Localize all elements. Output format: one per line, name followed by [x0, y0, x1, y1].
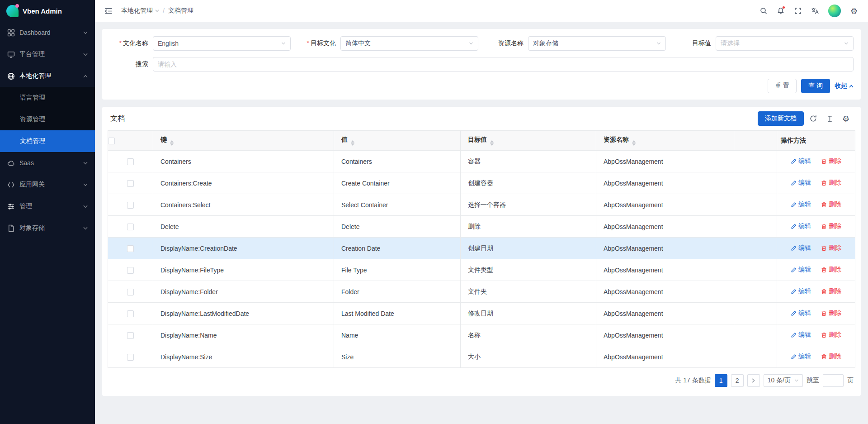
cell-resource-name: AbpOssManagement	[596, 172, 734, 194]
row-checkbox[interactable]	[127, 202, 134, 209]
cell-resource-name: AbpOssManagement	[596, 346, 734, 368]
sidebar-item-document-management[interactable]: 文档管理	[0, 130, 95, 152]
sidebar-item-language-management[interactable]: 语言管理	[0, 87, 95, 109]
select-all-checkbox[interactable]	[108, 138, 115, 144]
resource-name-select[interactable]: 对象存储	[528, 36, 666, 51]
delete-link[interactable]: 删除	[821, 244, 841, 252]
trash-icon	[821, 158, 827, 164]
table-row[interactable]: DisplayName:Name Name 名称 AbpOssManagemen…	[108, 324, 855, 346]
edit-link[interactable]: 编辑	[791, 266, 811, 274]
culture-name-select[interactable]: English	[153, 36, 291, 51]
row-checkbox[interactable]	[127, 332, 134, 339]
sort-icons[interactable]	[632, 140, 636, 146]
search-icon[interactable]	[755, 0, 772, 22]
culture-name-label: 文化名称	[123, 39, 148, 47]
target-value-select[interactable]: 请选择	[716, 36, 854, 51]
table-row[interactable]: Containers:Select Select Container 选择一个容…	[108, 194, 855, 216]
sidebar-item-dashboard[interactable]: Dashboard	[0, 22, 95, 43]
page-button-2[interactable]: 2	[731, 374, 744, 387]
edit-link[interactable]: 编辑	[791, 331, 811, 339]
page-size-select[interactable]: 10 条/页	[764, 374, 803, 387]
sort-icons[interactable]	[490, 140, 494, 146]
row-checkbox[interactable]	[127, 158, 134, 165]
table-row[interactable]: Delete Delete 删除 AbpOssManagement 编辑	[108, 216, 855, 238]
sidebar-item-gateway[interactable]: 应用网关	[0, 174, 95, 195]
sort-icons[interactable]	[351, 140, 354, 146]
delete-link[interactable]: 删除	[821, 222, 841, 230]
table-row[interactable]: Containers:Create Create Container 创建容器 …	[108, 172, 855, 194]
table-row[interactable]: DisplayName:FileType File Type 文件类型 AbpO…	[108, 259, 855, 281]
delete-link[interactable]: 删除	[821, 200, 841, 209]
edit-link[interactable]: 编辑	[791, 244, 811, 252]
row-checkbox[interactable]	[127, 245, 134, 252]
chevron-down-icon	[155, 10, 159, 12]
row-checkbox[interactable]	[127, 310, 134, 317]
search-input[interactable]	[153, 57, 854, 71]
table-row[interactable]: Containers Containers 容器 AbpOssManagemen…	[108, 151, 855, 172]
edit-link[interactable]: 编辑	[791, 309, 811, 317]
cell-key: DisplayName:CreationDate	[153, 238, 334, 259]
delete-link[interactable]: 删除	[821, 309, 841, 317]
sidebar-item-resource-management[interactable]: 资源管理	[0, 109, 95, 130]
delete-link[interactable]: 删除	[821, 157, 841, 165]
delete-link[interactable]: 删除	[821, 266, 841, 274]
sidebar-item-saas[interactable]: Saas	[0, 152, 95, 174]
edit-link[interactable]: 编辑	[791, 222, 811, 230]
user-avatar[interactable]	[828, 5, 841, 17]
table-row[interactable]: DisplayName:CreationDate Creation Date 创…	[108, 238, 855, 259]
row-checkbox[interactable]	[127, 267, 134, 274]
delete-link[interactable]: 删除	[821, 331, 841, 339]
edit-link[interactable]: 编辑	[791, 353, 811, 361]
settings-gear-icon[interactable]: ⚙	[845, 0, 863, 22]
query-button[interactable]: 查 询	[801, 79, 830, 93]
edit-link[interactable]: 编辑	[791, 179, 811, 187]
add-document-button[interactable]: 添加新文档	[758, 111, 804, 126]
edit-link[interactable]: 编辑	[791, 157, 811, 165]
jump-to-page-input[interactable]	[823, 374, 844, 387]
pencil-icon	[791, 310, 797, 316]
chevron-down-icon	[281, 42, 286, 45]
next-page-button[interactable]	[747, 374, 760, 387]
page-button-1[interactable]: 1	[715, 374, 727, 387]
edit-link[interactable]: 编辑	[791, 287, 811, 295]
column-settings-gear-icon[interactable]: ⚙	[839, 112, 853, 125]
delete-link[interactable]: 删除	[821, 179, 841, 187]
column-header-resource[interactable]: 资源名称	[596, 131, 734, 151]
translate-icon[interactable]	[807, 0, 824, 22]
column-header-value[interactable]: 值	[334, 131, 461, 151]
notification-bell-icon[interactable]	[772, 0, 789, 22]
refresh-icon[interactable]	[807, 112, 820, 125]
row-checkbox[interactable]	[127, 180, 134, 187]
cell-key: DisplayName:Folder	[153, 281, 334, 303]
app-logo-icon	[6, 5, 19, 17]
delete-link[interactable]: 删除	[821, 287, 841, 295]
sidebar-item-localization[interactable]: 本地化管理	[0, 65, 95, 87]
cell-value: Creation Date	[334, 238, 461, 259]
delete-link[interactable]: 删除	[821, 353, 841, 361]
row-checkbox[interactable]	[127, 289, 134, 295]
row-checkbox[interactable]	[127, 354, 134, 361]
sidebar-item-object-storage[interactable]: 对象存储	[0, 217, 95, 239]
pencil-icon	[791, 354, 797, 360]
cell-spacer	[734, 194, 777, 216]
reset-button[interactable]: 重 置	[768, 79, 797, 93]
fullscreen-icon[interactable]	[789, 0, 807, 22]
row-height-icon[interactable]	[823, 112, 836, 125]
row-checkbox[interactable]	[127, 224, 134, 230]
sort-icons[interactable]	[170, 140, 174, 146]
field-target-culture: *目标文化 简体中文	[297, 36, 478, 51]
app-logo[interactable]: Vben Admin	[0, 0, 95, 22]
table-row[interactable]: DisplayName:LastModifiedDate Last Modifi…	[108, 303, 855, 324]
sidebar-item-management[interactable]: 管理	[0, 195, 95, 217]
column-header-key[interactable]: 键	[153, 131, 334, 151]
target-culture-select[interactable]: 简体中文	[340, 36, 478, 51]
cell-target-value: 文件类型	[461, 259, 596, 281]
table-row[interactable]: DisplayName:Size Size 大小 AbpOssManagemen…	[108, 346, 855, 368]
sidebar-item-platform[interactable]: 平台管理	[0, 43, 95, 65]
table-row[interactable]: DisplayName:Folder Folder 文件夹 AbpOssMana…	[108, 281, 855, 303]
menu-fold-icon[interactable]	[102, 5, 115, 17]
edit-link[interactable]: 编辑	[791, 200, 811, 209]
column-header-target[interactable]: 目标值	[461, 131, 596, 151]
collapse-link[interactable]: 收起	[835, 82, 854, 90]
breadcrumb-parent[interactable]: 本地化管理	[121, 7, 159, 15]
